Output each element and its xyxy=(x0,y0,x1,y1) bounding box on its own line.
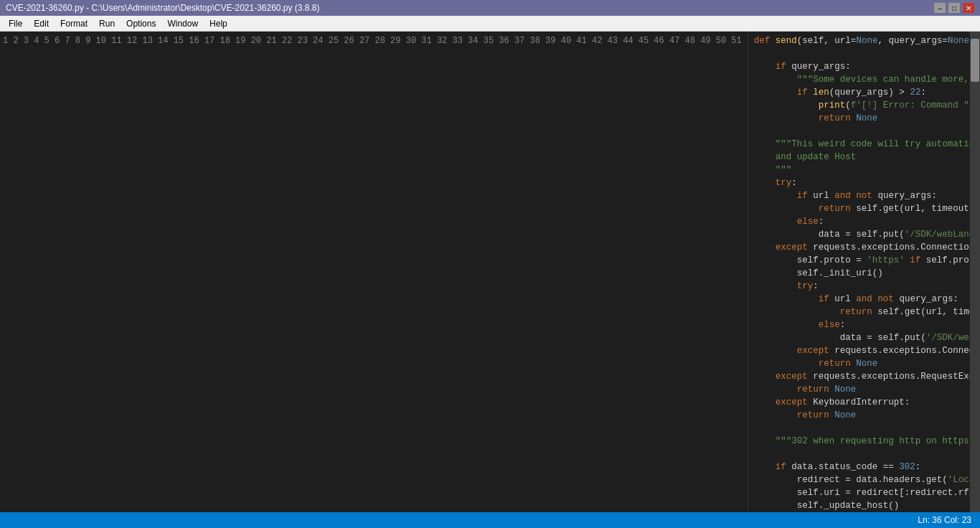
titlebar: CVE-2021-36260.py - C:\Users\Administrat… xyxy=(0,0,980,16)
menubar: File Edit Format Run Options Window Help xyxy=(0,16,980,32)
statusbar: Ln: 36 Col: 23 xyxy=(0,512,980,528)
titlebar-title: CVE-2021-36260.py - C:\Users\Administrat… xyxy=(6,3,320,13)
menu-edit[interactable]: Edit xyxy=(28,16,55,31)
minimize-button[interactable]: – xyxy=(934,3,946,13)
menu-help[interactable]: Help xyxy=(204,16,233,31)
vertical-scrollbar[interactable] xyxy=(970,32,980,512)
code-container: 1 2 3 4 5 6 7 8 9 10 11 12 13 14 15 16 1… xyxy=(0,32,980,512)
cursor-position: Ln: 36 Col: 23 xyxy=(918,515,971,525)
scrollbar-thumb[interactable] xyxy=(971,39,979,82)
menu-file[interactable]: File xyxy=(3,16,28,31)
maximize-button[interactable]: □ xyxy=(948,3,960,13)
titlebar-controls: – □ ✕ xyxy=(934,3,974,13)
close-button[interactable]: ✕ xyxy=(963,3,974,13)
menu-options[interactable]: Options xyxy=(121,16,161,31)
menu-format[interactable]: Format xyxy=(55,16,93,31)
line-numbers: 1 2 3 4 5 6 7 8 9 10 11 12 13 14 15 16 1… xyxy=(0,32,748,512)
menu-window[interactable]: Window xyxy=(161,16,204,31)
menu-run[interactable]: Run xyxy=(93,16,121,31)
code-editor[interactable]: def send(self, url=None, query_args=None… xyxy=(748,32,970,512)
